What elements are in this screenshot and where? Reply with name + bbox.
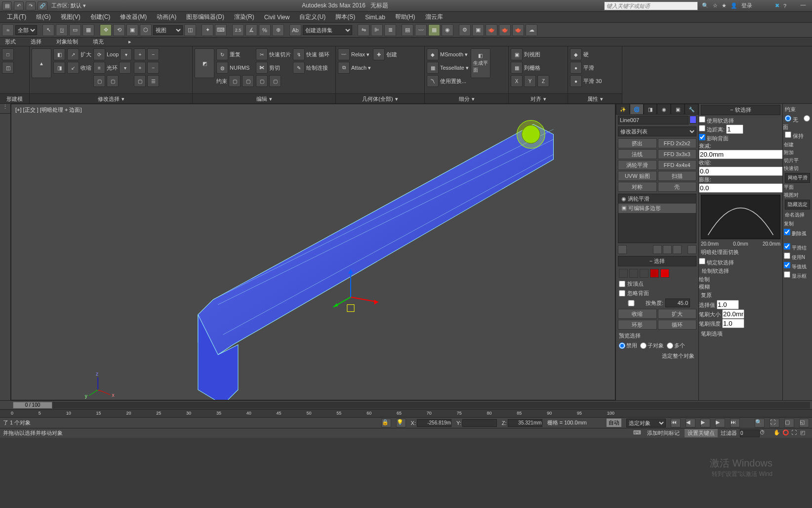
menu-civilview[interactable]: Civil View bbox=[259, 13, 295, 22]
minimize-button[interactable]: — bbox=[796, 1, 810, 10]
object-color-swatch[interactable] bbox=[690, 116, 696, 124]
snap-toggle-button[interactable]: 2.5 bbox=[232, 24, 244, 36]
rollout-softsel[interactable]: − 软选择 bbox=[701, 105, 780, 115]
menu-views[interactable]: 视图(V) bbox=[56, 12, 85, 22]
rendered-frame-button[interactable]: ▣ bbox=[472, 24, 484, 36]
menu-maxscript[interactable]: 脚本(S) bbox=[330, 12, 360, 22]
btn-loop-sel[interactable]: 循环 bbox=[658, 320, 697, 330]
brushsize-field[interactable] bbox=[722, 309, 744, 319]
p3-sliceplane[interactable]: 切片平 bbox=[784, 157, 811, 164]
render-iterate-button[interactable]: 🫖 bbox=[499, 24, 511, 36]
so-element[interactable] bbox=[660, 269, 669, 278]
so-polygon[interactable] bbox=[650, 269, 659, 278]
menu-rendering[interactable]: 渲染(R) bbox=[229, 12, 259, 22]
render-iray-button[interactable]: 🫖 bbox=[512, 24, 524, 36]
edit-named-sel-button[interactable]: Ab bbox=[289, 24, 301, 36]
create-button[interactable]: ✚ bbox=[373, 48, 385, 60]
expand-icon[interactable]: ▸ bbox=[128, 39, 131, 45]
undo-button[interactable]: ↶ bbox=[14, 1, 24, 10]
slot-a[interactable]: ▢ bbox=[93, 75, 105, 87]
p3-copy[interactable]: 复制 bbox=[784, 220, 811, 227]
edgedist-val[interactable] bbox=[726, 125, 743, 134]
tab-utilities[interactable]: 🔧 bbox=[685, 104, 698, 115]
render-online-button[interactable]: ☁ bbox=[526, 24, 537, 36]
infocenter-icon[interactable]: 🔍 bbox=[702, 2, 709, 9]
displace-button[interactable]: 〽 bbox=[427, 75, 439, 87]
p3-iso[interactable]: 等值线 bbox=[783, 261, 812, 271]
paint-btn[interactable]: 绘制 bbox=[699, 276, 782, 283]
auto-key-label[interactable]: 自动 bbox=[607, 419, 621, 427]
goto-start[interactable]: ⏮ bbox=[671, 419, 681, 427]
render-setup-button[interactable]: ⚙ bbox=[459, 24, 471, 36]
pin-stack[interactable] bbox=[618, 245, 627, 254]
minus-2[interactable]: − bbox=[147, 62, 159, 74]
menu-modifiers[interactable]: 修改器(M) bbox=[115, 12, 152, 22]
btn-sweep[interactable]: 扫描 bbox=[658, 171, 697, 181]
minus-1[interactable]: − bbox=[147, 48, 159, 60]
p3-meshsmooth[interactable]: 网格平滑 bbox=[785, 173, 810, 183]
loop-arrow[interactable]: ▾ bbox=[120, 48, 132, 60]
con-4[interactable]: ▢ bbox=[269, 75, 281, 87]
align-z[interactable]: Z bbox=[537, 75, 549, 87]
btn-extrude[interactable]: 挤出 bbox=[618, 138, 657, 148]
con-2[interactable]: ▢ bbox=[242, 75, 254, 87]
ring-button[interactable]: ≡ bbox=[93, 62, 105, 74]
user-icon[interactable]: 👤 bbox=[731, 2, 737, 9]
ref-coord-dropdown[interactable]: 视图 bbox=[153, 25, 183, 35]
keyboard-shortcut-button[interactable]: ⌨ bbox=[215, 24, 227, 36]
selection-filter-dropdown[interactable]: 全部 bbox=[15, 25, 37, 35]
ribbon-slot-2[interactable]: ◨ bbox=[53, 62, 65, 74]
star-outline-icon[interactable]: ☆ bbox=[713, 2, 718, 9]
btn-normal[interactable]: 法线 bbox=[618, 149, 657, 159]
menu-create[interactable]: 创建(C) bbox=[85, 12, 116, 22]
ribbon-slot-1[interactable]: ◧ bbox=[53, 48, 65, 60]
curve-editor-button[interactable]: 〰 bbox=[415, 24, 427, 36]
schematic-view-button[interactable]: ▦ bbox=[428, 24, 440, 36]
select-move-button[interactable]: ✥ bbox=[100, 24, 112, 36]
preserve-check[interactable]: 保持 bbox=[783, 131, 812, 140]
use-pivot-button[interactable]: ◫ bbox=[184, 24, 196, 36]
app-menu-button[interactable]: ▤ bbox=[2, 1, 12, 10]
swiftloop-big[interactable]: ◩ bbox=[195, 48, 214, 78]
help-icon[interactable]: ? bbox=[783, 3, 786, 9]
make-unique[interactable] bbox=[663, 245, 672, 254]
ignore-backfacing-check[interactable]: 忽略背面 bbox=[616, 289, 698, 298]
opt-multi[interactable]: 多个 bbox=[667, 342, 685, 349]
edgedist-check[interactable] bbox=[699, 125, 705, 131]
modifier-stack[interactable]: ◉ 涡轮平滑 ▣ 可编辑多边形 bbox=[618, 194, 696, 243]
set-key-button[interactable]: 设置关键点 bbox=[685, 429, 718, 437]
link-button[interactable]: 🔗 bbox=[38, 1, 47, 10]
p3-showcage[interactable]: 显示框 bbox=[783, 271, 812, 280]
time-slider[interactable]: 0 / 100 bbox=[13, 402, 810, 409]
opt-subobj[interactable]: 子对象 bbox=[640, 342, 664, 349]
p3-quickslice[interactable]: 快速切 bbox=[784, 165, 811, 172]
btn-uvw[interactable]: UVW 贴图 bbox=[618, 171, 657, 181]
attach-button[interactable]: ⧉ bbox=[338, 62, 350, 74]
togrid-button[interactable]: ▦ bbox=[511, 62, 523, 74]
by-vertex-check[interactable]: 按顶点 bbox=[616, 279, 698, 289]
select-manipulate-button[interactable]: ✦ bbox=[202, 24, 213, 36]
cut-button[interactable]: ✀ bbox=[256, 62, 268, 74]
tessellate-button[interactable]: ▦ bbox=[427, 62, 439, 74]
select-rotate-button[interactable]: ⟲ bbox=[113, 24, 125, 36]
leftbar-toggle[interactable]: ⋮ bbox=[0, 104, 10, 114]
redo-button[interactable]: ↷ bbox=[26, 1, 36, 10]
named-selection-dropdown[interactable]: 创建选择集 bbox=[303, 25, 352, 35]
workspace-dropdown[interactable]: 默认 bbox=[71, 2, 81, 8]
search-input[interactable] bbox=[604, 1, 698, 10]
fov-btn[interactable]: ▢ bbox=[784, 419, 794, 427]
menu-liuyunku[interactable]: 溜云库 bbox=[420, 12, 448, 22]
coord-z-field[interactable] bbox=[508, 419, 542, 427]
btn-ffd4[interactable]: FFD 4x4x4 bbox=[658, 160, 697, 170]
menu-group[interactable]: 组(G) bbox=[31, 12, 55, 22]
con-none[interactable]: 无 bbox=[783, 116, 800, 123]
msmooth-button[interactable]: ◆ bbox=[427, 48, 439, 60]
login-link[interactable]: 登录 bbox=[741, 2, 752, 9]
lock-button[interactable]: 🔒 bbox=[381, 419, 391, 427]
align-x[interactable]: X bbox=[511, 75, 523, 87]
repeat-button[interactable]: ↻ bbox=[216, 48, 228, 60]
menu-customize[interactable]: 自定义(U) bbox=[294, 12, 330, 22]
btn-turbosmooth[interactable]: 涡轮平滑 bbox=[618, 160, 657, 170]
waves-icon[interactable]: ≈ bbox=[2, 24, 14, 36]
percent-snap-button[interactable]: % bbox=[259, 24, 271, 36]
